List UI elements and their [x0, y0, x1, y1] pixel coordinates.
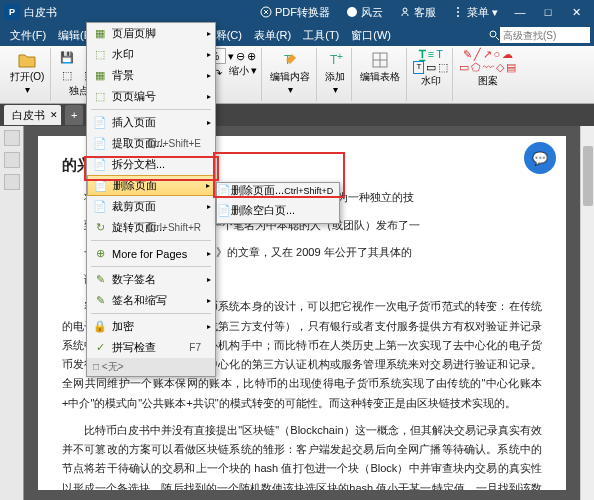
menu-rotate-page[interactable]: ↻旋转页面...Ctrl+Shift+R: [87, 217, 215, 238]
support-button[interactable]: 客服: [391, 0, 444, 24]
delete-page-submenu: 📄删除页面...Ctrl+Shift+D 📄删除空白页...: [216, 182, 340, 224]
open-button[interactable]: 打开(O)▾: [8, 48, 46, 97]
edit-content-button[interactable]: T编辑内容▾: [268, 48, 312, 97]
save-icon[interactable]: 💾: [57, 48, 77, 66]
circle-icon[interactable]: ○: [494, 48, 501, 61]
shape-icon[interactable]: ◇: [496, 61, 504, 74]
watermark-label: 水印: [421, 74, 441, 88]
pencil-icon[interactable]: ✎: [463, 48, 472, 61]
minimize-button[interactable]: —: [506, 6, 534, 18]
tool-icon[interactable]: ⬚: [57, 66, 77, 84]
svg-point-2: [403, 8, 407, 12]
menu-background[interactable]: ▦背景▸: [87, 65, 215, 86]
poly-icon[interactable]: ⬠: [471, 61, 481, 74]
menu-window[interactable]: 窗口(W): [345, 26, 397, 45]
menu-button[interactable]: 菜单▾: [444, 0, 506, 24]
svg-point-4: [457, 7, 459, 9]
menu-file[interactable]: 文件(F): [4, 26, 52, 45]
menu-split-doc[interactable]: 📄拆分文档...: [87, 154, 215, 175]
submenu-delete-blank[interactable]: 📄删除空白页...: [217, 203, 339, 223]
sidebar-bookmark-icon[interactable]: [4, 130, 20, 146]
submenu-delete-pages[interactable]: 📄删除页面...Ctrl+Shift+D: [217, 183, 339, 203]
fit-label[interactable]: 缩小: [229, 64, 249, 82]
svg-point-6: [490, 31, 496, 37]
scrollbar[interactable]: [580, 126, 594, 500]
menu-spellcheck[interactable]: ✓拼写检查F7: [87, 337, 215, 358]
text2-icon[interactable]: T: [436, 48, 443, 61]
document-tab[interactable]: 白皮书✕: [4, 105, 61, 125]
search-input[interactable]: [500, 27, 590, 43]
close-button[interactable]: ✕: [562, 6, 590, 19]
sidebar: [0, 126, 24, 500]
pdf-converter-button[interactable]: PDF转换器: [252, 0, 338, 24]
menu-crop-page[interactable]: 📄裁剪页面▸: [87, 196, 215, 217]
menu-form[interactable]: 表单(R): [248, 26, 297, 45]
search-icon: [488, 29, 500, 41]
svg-point-5: [457, 15, 459, 17]
sidebar-pages-icon[interactable]: [4, 152, 20, 168]
menu-delete-page[interactable]: 📄删除页面▸: [87, 175, 215, 196]
zoom-in-icon[interactable]: ⊕: [247, 50, 256, 63]
menu-tool[interactable]: 工具(T): [297, 26, 345, 45]
svg-text:+: +: [337, 51, 343, 62]
sidebar-attach-icon[interactable]: [4, 174, 20, 190]
rect-icon[interactable]: ▭: [459, 61, 469, 74]
scroll-thumb[interactable]: [583, 146, 593, 206]
area-icon[interactable]: ▤: [506, 61, 516, 74]
maximize-button[interactable]: □: [534, 6, 562, 18]
svg-point-3: [457, 11, 459, 13]
menu-watermark[interactable]: ⬚水印▸: [87, 44, 215, 65]
menu-digital-sign[interactable]: ✎数字签名▸: [87, 269, 215, 290]
paragraph: 比特币白皮书中并没有直接提出"区块链"（Blockchain）这一概念，但其解决…: [62, 421, 542, 490]
document-menu-dropdown: ▦页眉页脚▸ ⬚水印▸ ▦背景▸ ⬚页页编号▸ 📄插入页面▸ 📄提取页面...C…: [86, 22, 216, 377]
curve-icon[interactable]: 〰: [483, 61, 494, 74]
dropdown-footer: □ <无>: [87, 358, 215, 376]
menu-page-number[interactable]: ⬚页页编号▸: [87, 86, 215, 107]
app-logo: P: [4, 4, 20, 20]
menu-extract-page[interactable]: 📄提取页面...Ctrl+Shift+E: [87, 133, 215, 154]
zoom-out-icon[interactable]: ⊖: [236, 50, 245, 63]
add-button[interactable]: T+添加▾: [323, 48, 347, 97]
text-tool-icon[interactable]: T̲: [419, 48, 426, 61]
arrow-icon[interactable]: ↗: [483, 48, 492, 61]
edit-table-button[interactable]: 编辑表格: [358, 48, 402, 86]
textbox-icon[interactable]: T: [413, 61, 424, 74]
svg-point-1: [347, 7, 357, 17]
note-icon[interactable]: ▭: [426, 61, 436, 74]
menu-more-pages[interactable]: ⊕More for Pages▸: [87, 243, 215, 264]
menu-sign-initial[interactable]: ✎签名和缩写▸: [87, 290, 215, 311]
menu-encrypt[interactable]: 🔒加密▸: [87, 316, 215, 337]
menu-insert-page[interactable]: 📄插入页面▸: [87, 112, 215, 133]
menu-header-footer[interactable]: ▦页眉页脚▸: [87, 23, 215, 44]
new-tab-button[interactable]: +: [65, 105, 83, 125]
stamp-icon[interactable]: ⬚: [438, 61, 448, 74]
float-action-button[interactable]: 💬: [524, 142, 556, 174]
app-title: 白皮书: [24, 5, 57, 20]
tab-close-icon[interactable]: ✕: [50, 110, 58, 120]
line-icon[interactable]: ╱: [474, 48, 481, 61]
image-label: 图案: [478, 74, 498, 88]
fengyun-button[interactable]: 风云: [338, 0, 391, 24]
highlight-icon[interactable]: ≡: [428, 48, 434, 61]
cloud-icon[interactable]: ☁: [502, 48, 513, 61]
